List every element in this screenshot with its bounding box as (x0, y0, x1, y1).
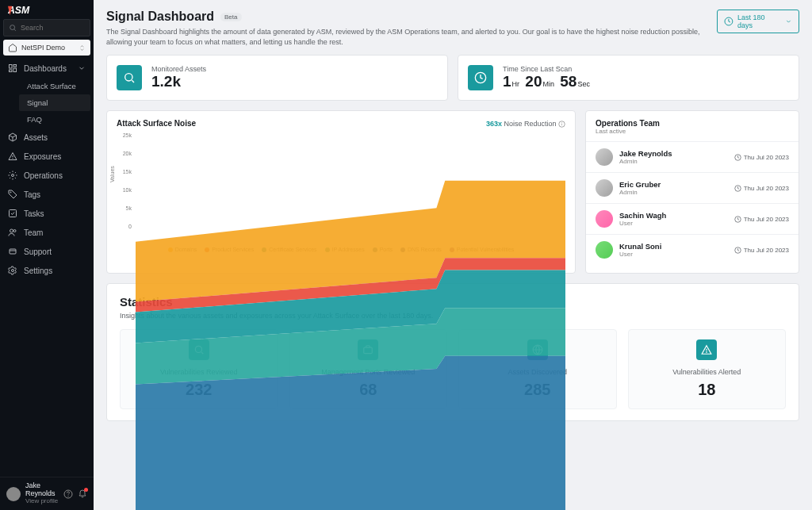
nav-settings[interactable]: Settings (0, 261, 94, 280)
ops-member-row[interactable]: Eric GruberAdminThu Jul 20 2023 (586, 172, 799, 203)
alert-icon (8, 151, 17, 161)
svg-rect-4 (10, 65, 13, 69)
beta-badge: Beta (220, 13, 241, 21)
svg-rect-6 (13, 68, 17, 72)
last-scan-card: Time Since Last Scan 1Hr 20Min 58Sec (458, 55, 799, 101)
notifications-button[interactable] (78, 489, 87, 500)
search-icon (117, 65, 142, 90)
clock-icon (734, 216, 741, 223)
sidebar: ASM NetSPI Demo Dashboards Attack Surfac… (0, 0, 94, 510)
metric-label: Time Since Last Scan (503, 65, 592, 73)
nav-support[interactable]: Support (0, 242, 94, 261)
nav-team[interactable]: Team (0, 223, 94, 242)
users-icon (8, 228, 17, 237)
support-icon (8, 247, 17, 256)
sidebar-footer: Jake Reynolds View profile (0, 477, 94, 510)
chart-title: Attack Surface Noise (117, 119, 196, 128)
clock-icon (734, 185, 741, 192)
gear-icon (8, 171, 17, 180)
avatar (596, 179, 613, 197)
nav-attack-surface[interactable]: Attack Surface (19, 78, 94, 94)
nav-dashboards[interactable]: Dashboards (0, 59, 94, 78)
monitored-assets-card: Monitored Assets 1.2k (106, 55, 448, 101)
svg-rect-15 (10, 249, 16, 254)
metric-label: Monitored Assets (151, 65, 206, 73)
svg-point-36 (707, 352, 707, 353)
ops-title: Operations Team (596, 119, 789, 128)
clock-icon (468, 65, 493, 90)
page-subtitle: The Signal Dashboard highlights the amou… (106, 27, 717, 47)
clock-icon (724, 17, 733, 26)
avatar (596, 241, 613, 259)
svg-line-3 (14, 29, 16, 31)
svg-rect-12 (10, 210, 17, 217)
svg-rect-7 (10, 70, 13, 72)
operations-team-card: Operations Team Last active Jake Reynold… (585, 110, 799, 274)
search-icon (9, 23, 17, 33)
attack-surface-noise-chart: Attack Surface Noise 363x Noise Reductio… (106, 110, 576, 274)
svg-rect-5 (13, 65, 17, 67)
help-icon[interactable] (63, 489, 73, 499)
chevron-down-icon (78, 63, 86, 73)
ops-member-row[interactable]: Jake ReynoldsAdminThu Jul 20 2023 (586, 141, 799, 172)
page-title: Signal Dashboard (106, 10, 214, 24)
profile-link[interactable]: Jake Reynolds View profile (25, 482, 59, 505)
svg-point-21 (125, 74, 132, 81)
profile-name: Jake Reynolds (25, 482, 59, 498)
updown-icon (79, 44, 86, 52)
nav-exposures[interactable]: Exposures (0, 147, 94, 166)
dashboard-icon (8, 63, 17, 73)
nav-faq[interactable]: FAQ (19, 111, 94, 128)
org-selector[interactable]: NetSPI Demo (3, 40, 90, 56)
chevron-down-icon (785, 17, 792, 26)
box-icon (8, 132, 17, 142)
clock-icon (734, 247, 741, 254)
clock-icon (734, 154, 741, 161)
svg-point-13 (10, 229, 13, 232)
info-icon[interactable] (558, 121, 565, 128)
home-icon (8, 43, 17, 52)
page-header: Signal Dashboard Beta The Signal Dashboa… (106, 10, 799, 47)
noise-reduction-label: 363x Noise Reduction (486, 120, 565, 128)
main-content: Signal Dashboard Beta The Signal Dashboa… (94, 0, 812, 510)
ops-member-row[interactable]: Sachin WaghUserThu Jul 20 2023 (586, 203, 799, 234)
nav-tasks[interactable]: Tasks (0, 204, 94, 223)
time-range-selector[interactable]: Last 180 days (717, 10, 799, 33)
alert-icon (696, 339, 717, 360)
y-axis-label: Values (109, 166, 115, 182)
search-field[interactable] (21, 24, 85, 32)
nav: Dashboards Attack Surface Signal FAQ Ass… (0, 59, 94, 477)
nav-signal[interactable]: Signal (19, 94, 90, 111)
org-name: NetSPI Demo (21, 44, 65, 52)
search-input[interactable] (3, 19, 90, 36)
svg-point-14 (13, 230, 16, 232)
svg-point-10 (12, 174, 14, 177)
svg-point-9 (13, 158, 13, 159)
ops-member-row[interactable]: Krunal SoniUserThu Jul 20 2023 (586, 234, 799, 265)
profile-sub: View profile (25, 498, 59, 505)
avatar (596, 148, 613, 166)
nav-tags[interactable]: Tags (0, 185, 94, 204)
svg-point-11 (10, 192, 11, 193)
y-axis: 25k20k15k10k5k0 (117, 132, 134, 229)
brand-logo: ASM (0, 0, 94, 19)
notification-dot (84, 488, 88, 492)
stat-card: Vulnerabilities Alerted18 (628, 329, 787, 409)
svg-line-22 (132, 81, 134, 83)
settings-icon (8, 266, 17, 275)
check-icon (8, 209, 17, 218)
profile-avatar[interactable] (6, 487, 21, 501)
tag-icon (8, 190, 17, 199)
nav-operations[interactable]: Operations (0, 166, 94, 185)
ops-sub: Last active (596, 128, 789, 135)
nav-assets[interactable]: Assets (0, 128, 94, 147)
metric-value: 1.2k (151, 73, 206, 90)
avatar (596, 210, 613, 228)
area-chart (136, 132, 565, 510)
metric-value: 1Hr 20Min 58Sec (503, 73, 592, 90)
svg-point-19 (68, 496, 69, 497)
svg-point-17 (12, 270, 14, 272)
svg-point-2 (10, 25, 15, 30)
